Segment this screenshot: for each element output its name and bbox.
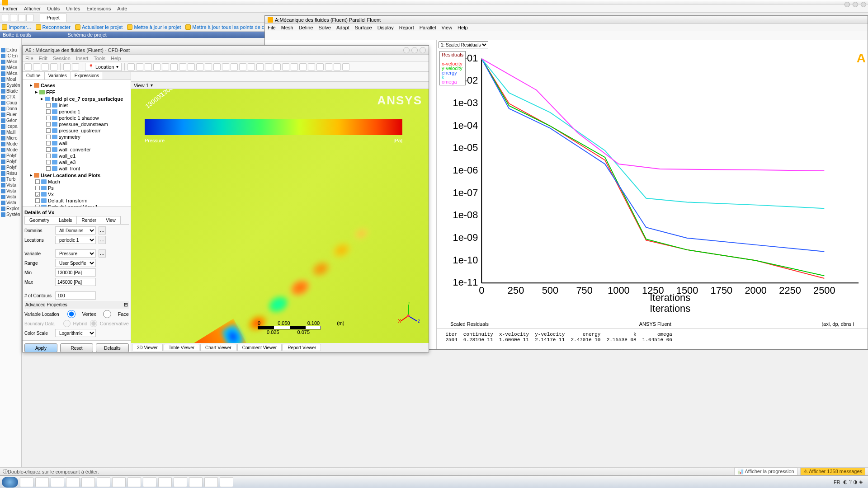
tree-node[interactable]: Ps	[24, 185, 129, 191]
toolbox-item[interactable]: Coup	[0, 100, 21, 106]
tree-node[interactable]: wall_e3	[24, 159, 129, 165]
viewer-tab[interactable]: 3D Viewer	[132, 344, 163, 351]
toolbox-item[interactable]: Systèn	[0, 211, 21, 217]
taskbar-app[interactable]	[20, 477, 33, 487]
tree-node[interactable]: inlet	[24, 102, 129, 108]
contours-input[interactable]	[55, 291, 96, 300]
taskbar-app[interactable]	[174, 477, 187, 487]
toolbox-item[interactable]: Géon	[0, 117, 21, 123]
residuals-chart[interactable]: Residualscontinuityx-velocityy-velocitye…	[437, 49, 868, 319]
toolbox-item[interactable]: Méca	[0, 65, 21, 70]
vertex-radio[interactable]	[63, 310, 80, 318]
tool-icon[interactable]	[179, 63, 186, 70]
tool-icon[interactable]	[153, 63, 160, 70]
project-tab[interactable]: Projet	[40, 14, 66, 22]
menu-extensions[interactable]: Extensions	[86, 6, 111, 11]
tab-outline[interactable]: Outline	[23, 72, 45, 80]
taskbar-app[interactable]	[158, 477, 172, 487]
details-tab[interactable]: Labels	[54, 216, 77, 224]
toolbox-item[interactable]: Moul	[0, 76, 21, 82]
tool-icon[interactable]	[316, 63, 324, 70]
defaults-button[interactable]: Defaults	[96, 343, 129, 352]
toolbox-item[interactable]: Résu	[0, 170, 21, 176]
toolbox-item[interactable]: Méca	[0, 59, 21, 65]
tree-node[interactable]: pressure_upstream	[24, 127, 129, 134]
tool-icon[interactable]	[231, 63, 238, 70]
ellipsis-button[interactable]: …	[99, 249, 106, 258]
toolbox-item[interactable]: Polyf	[0, 159, 21, 164]
taskbar-app[interactable]	[204, 477, 218, 487]
taskbar-app[interactable]	[143, 477, 156, 487]
open-icon[interactable]	[10, 14, 17, 21]
tool-icon[interactable]	[256, 63, 264, 70]
taskbar-app[interactable]	[66, 477, 80, 487]
tool-icon[interactable]	[213, 63, 221, 70]
tool-icon[interactable]	[205, 63, 212, 70]
toolbox-item[interactable]: CFX	[0, 94, 21, 100]
taskbar-app[interactable]	[220, 477, 233, 487]
viewer-tab[interactable]: Report Viewer	[283, 344, 321, 351]
menu-fichier[interactable]: Fichier	[3, 6, 18, 11]
tool-icon[interactable]	[239, 63, 246, 70]
import-link[interactable]: Importer...	[2, 24, 31, 30]
toolbox-item[interactable]: Maill	[0, 129, 21, 135]
viewer-tab[interactable]: Table Viewer	[164, 344, 199, 351]
tree-node[interactable]: ▸ fluid pi ce_7 corps_surfacique	[24, 95, 129, 102]
menu-outils[interactable]: Outils	[47, 6, 60, 11]
taskbar-app[interactable]	[51, 477, 64, 487]
tree-node[interactable]: Default Transform	[24, 197, 129, 204]
refresh-link[interactable]: Actualiser le projet	[75, 24, 123, 30]
saveas-icon[interactable]	[26, 14, 33, 21]
tool-icon[interactable]	[136, 63, 143, 70]
tool-icon[interactable]	[299, 63, 307, 70]
tool-icon[interactable]	[334, 63, 341, 70]
redo-icon[interactable]	[72, 63, 79, 70]
locations-select[interactable]: periodic 1	[55, 236, 96, 244]
location-dropdown[interactable]: 📍 Location ▾	[85, 63, 122, 71]
tool-icon[interactable]	[274, 63, 281, 70]
tool-icon[interactable]	[342, 63, 349, 70]
min-input[interactable]	[55, 268, 96, 277]
menu-unités[interactable]: Unités	[66, 6, 80, 11]
toolbox-item[interactable]: Micro	[0, 135, 21, 141]
tree-node[interactable]: periodic 1	[24, 108, 129, 115]
viewer-tab[interactable]: Comment Viewer	[237, 344, 282, 351]
tool-icon[interactable]	[170, 63, 178, 70]
tool-icon[interactable]	[291, 63, 298, 70]
toolbox-item[interactable]: Vista	[0, 194, 21, 200]
tool-icon[interactable]	[145, 63, 152, 70]
toolbox-item[interactable]: Polyf	[0, 164, 21, 170]
tool-icon[interactable]	[248, 63, 255, 70]
tool-icon[interactable]	[188, 63, 195, 70]
tree-node[interactable]: Mach	[24, 178, 129, 185]
tool-icon[interactable]	[24, 63, 32, 70]
viewport-3d[interactable]: ANSYS 1300001308631317321326071334881343…	[131, 89, 429, 343]
updateall-link[interactable]: Mettre à jour tous les points de calcul	[185, 24, 274, 30]
taskbar-app[interactable]	[112, 477, 126, 487]
details-tab[interactable]: Geometry	[24, 216, 54, 224]
taskbar-app[interactable]	[189, 477, 203, 487]
ellipsis-button[interactable]: …	[99, 236, 106, 244]
toolbox-item[interactable]: Icepa	[0, 123, 21, 129]
update-link[interactable]: Mettre à jour le projet	[127, 24, 181, 30]
toolbox-item[interactable]: Turb	[0, 176, 21, 182]
toolbox-item[interactable]: Systèn	[0, 82, 21, 88]
tool-icon[interactable]	[265, 63, 272, 70]
tree-node[interactable]: periodic 1 shadow	[24, 115, 129, 121]
tool-icon[interactable]	[308, 63, 315, 70]
colorscale-select[interactable]: Logarithmic	[55, 329, 96, 337]
view-label[interactable]: View 1 ▾	[131, 82, 429, 89]
toolbox-item[interactable]: Extru	[0, 47, 21, 53]
toolbox-item[interactable]: Mode	[0, 147, 21, 153]
tree-node[interactable]: ▸ Cases	[24, 82, 129, 89]
messages-button[interactable]: ⚠ Afficher 1358 messages	[800, 468, 865, 475]
tool-icon[interactable]	[127, 63, 135, 70]
toolbox-item[interactable]: Mode	[0, 141, 21, 147]
tool-icon[interactable]	[222, 63, 229, 70]
tree-node[interactable]: Vx	[24, 191, 129, 197]
face-radio[interactable]	[99, 310, 115, 318]
details-tab[interactable]: View	[101, 216, 121, 224]
toolbox-item[interactable]: Vista	[0, 188, 21, 194]
taskbar-app[interactable]	[127, 477, 141, 487]
tree-node[interactable]: ▸ FFF	[24, 89, 129, 95]
